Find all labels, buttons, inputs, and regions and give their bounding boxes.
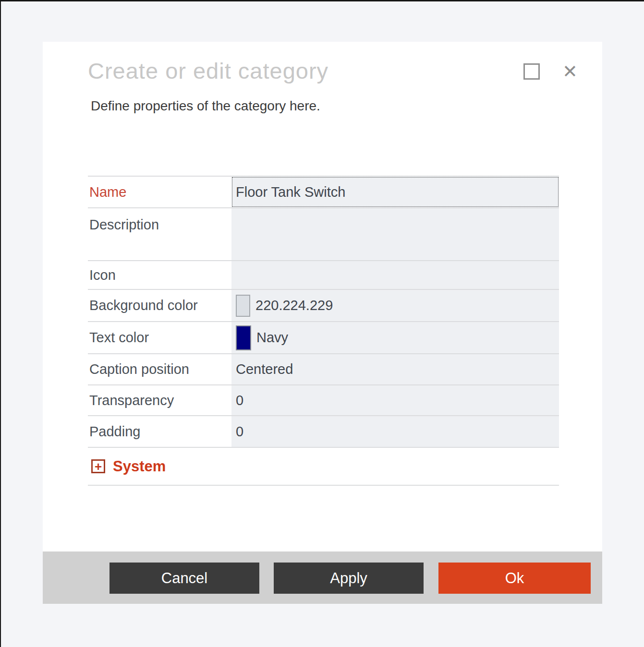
system-section-header[interactable]: + System bbox=[88, 448, 559, 486]
padding-value: 0 bbox=[236, 424, 243, 440]
category-properties-form: Name Floor Tank Switch Description Icon … bbox=[88, 176, 559, 486]
form-row-name: Name Floor Tank Switch bbox=[88, 177, 559, 208]
screen-top-edge bbox=[0, 0, 644, 1]
icon-input[interactable] bbox=[231, 261, 559, 289]
page-title: Create or edit category bbox=[88, 58, 328, 84]
name-value: Floor Tank Switch bbox=[236, 184, 345, 200]
transparency-value: 0 bbox=[236, 393, 243, 408]
maximize-icon bbox=[523, 63, 540, 80]
caption-position-value: Centered bbox=[236, 361, 293, 377]
text-color-value: Navy bbox=[256, 330, 288, 346]
caption-position-label: Caption position bbox=[88, 354, 231, 384]
text-color-input[interactable]: Navy bbox=[231, 322, 559, 353]
name-label: Name bbox=[88, 177, 231, 207]
cancel-button[interactable]: Cancel bbox=[109, 563, 259, 594]
apply-button[interactable]: Apply bbox=[274, 563, 424, 594]
caption-position-input[interactable]: Centered bbox=[231, 354, 559, 384]
form-row-icon: Icon bbox=[88, 261, 559, 290]
description-input[interactable] bbox=[231, 208, 559, 260]
name-input[interactable]: Floor Tank Switch bbox=[231, 177, 559, 207]
padding-label: Padding bbox=[88, 416, 231, 447]
close-button[interactable]: ✕ bbox=[559, 60, 582, 83]
dialog-subtitle: Define properties of the category here. bbox=[91, 98, 320, 114]
transparency-label: Transparency bbox=[88, 385, 231, 415]
transparency-input[interactable]: 0 bbox=[231, 385, 559, 415]
dialog-body: Create or edit category Define propertie… bbox=[43, 42, 602, 551]
desktop-background: { "dialog": { "title": "Create or edit c… bbox=[0, 0, 644, 647]
background-color-input[interactable]: 220.224.229 bbox=[231, 290, 559, 321]
text-color-swatch[interactable] bbox=[236, 325, 251, 350]
text-color-label: Text color bbox=[88, 322, 231, 353]
system-section-label: System bbox=[113, 458, 166, 475]
form-row-text-color: Text color Navy bbox=[88, 322, 559, 354]
dialog-footer-bar: Cancel Apply Ok bbox=[43, 551, 602, 604]
form-row-caption-position: Caption position Centered bbox=[88, 354, 559, 385]
form-row-transparency: Transparency 0 bbox=[88, 385, 559, 416]
screen-left-edge bbox=[0, 0, 1, 647]
form-row-description: Description bbox=[88, 208, 559, 261]
form-row-background-color: Background color 220.224.229 bbox=[88, 290, 559, 322]
icon-label: Icon bbox=[88, 261, 231, 289]
background-color-value: 220.224.229 bbox=[255, 298, 333, 313]
background-color-label: Background color bbox=[88, 290, 231, 321]
expand-plus-icon[interactable]: + bbox=[91, 459, 105, 473]
close-icon: ✕ bbox=[562, 62, 578, 81]
padding-input[interactable]: 0 bbox=[231, 416, 559, 447]
form-row-padding: Padding 0 bbox=[88, 416, 559, 448]
ok-button[interactable]: Ok bbox=[438, 563, 591, 594]
maximize-button[interactable] bbox=[520, 60, 543, 83]
background-color-swatch[interactable] bbox=[236, 295, 250, 317]
create-edit-category-dialog: Create or edit category Define propertie… bbox=[43, 42, 602, 604]
description-label: Description bbox=[88, 208, 231, 260]
